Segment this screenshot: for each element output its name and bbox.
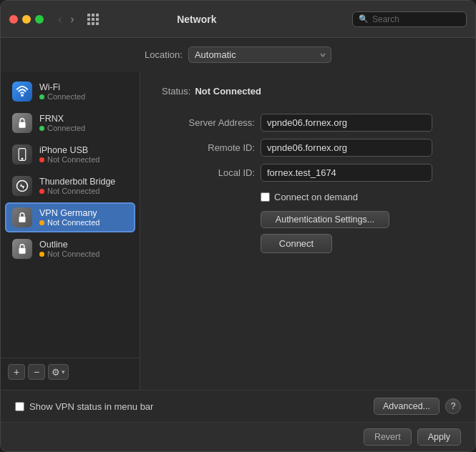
close-button[interactable] [9, 15, 18, 24]
help-button[interactable]: ? [445, 398, 461, 414]
sidebar-item-frnx[interactable]: FRNX Connected [5, 108, 135, 138]
sidebar-item-thunderbolt[interactable]: Thunderbolt Bridge Not Connected [5, 171, 135, 201]
location-label: Location: [145, 49, 183, 60]
sidebar-item-vpn-germany[interactable]: VPN Germany Not Connected [5, 202, 135, 232]
auth-settings-button[interactable]: Authentication Settings... [261, 211, 389, 228]
vpn-germany-text: VPN Germany Not Connected [39, 208, 99, 227]
connect-on-demand-label: Connect on demand [274, 192, 358, 202]
remote-id-row: Remote ID: [162, 139, 454, 157]
form-fields: Server Address: Remote ID: Local ID: [162, 114, 454, 182]
add-network-button[interactable]: + [8, 364, 25, 380]
remote-id-input[interactable] [261, 139, 432, 157]
thunderbolt-status: Not Connected [39, 187, 115, 195]
traffic-lights [9, 15, 44, 24]
wifi-text: Wi-Fi Connected [39, 82, 85, 101]
iphone-usb-status: Not Connected [39, 155, 99, 164]
local-id-row: Local ID: [162, 164, 454, 182]
wifi-icon [12, 82, 32, 102]
server-address-input[interactable] [261, 114, 432, 132]
thunderbolt-name: Thunderbolt Bridge [39, 177, 115, 187]
vpn-germany-icon [12, 207, 32, 227]
svg-point-0 [21, 94, 23, 96]
status-value: Not Connected [195, 86, 261, 97]
sidebar-item-outline[interactable]: Outline Not Connected [5, 234, 135, 264]
gear-dropdown[interactable]: ⚙ ▾ [48, 364, 69, 380]
wifi-status-dot [39, 94, 44, 99]
connect-on-demand-row: Connect on demand [261, 192, 454, 202]
frnx-text: FRNX Connected [39, 114, 85, 132]
network-window: ‹ › Network 🔍 Location: Automatic Home O… [0, 0, 476, 452]
footer: Revert Apply [1, 422, 475, 451]
search-input[interactable] [372, 14, 458, 24]
connect-button[interactable]: Connect [261, 234, 332, 253]
window-title: Network [47, 14, 346, 25]
outline-icon [12, 239, 32, 259]
svg-point-3 [21, 158, 23, 159]
iphone-icon [12, 144, 32, 164]
vpn-germany-name: VPN Germany [39, 208, 99, 218]
advanced-button[interactable]: Advanced... [374, 398, 439, 415]
outline-status-dot [39, 252, 44, 257]
titlebar: ‹ › Network 🔍 [1, 1, 475, 38]
vpn-germany-status-dot [39, 220, 44, 225]
vpn-germany-status: Not Connected [39, 218, 99, 227]
thunderbolt-icon [12, 176, 32, 196]
apply-button[interactable]: Apply [417, 428, 461, 446]
location-bar: Location: Automatic Home Office [1, 38, 475, 72]
server-address-label: Server Address: [162, 117, 255, 128]
wifi-name: Wi-Fi [39, 82, 85, 92]
search-icon: 🔍 [359, 14, 369, 24]
connect-on-demand-checkbox[interactable] [261, 192, 270, 202]
iphone-usb-name: iPhone USB [39, 145, 99, 155]
show-vpn-label: Show VPN status in menu bar [29, 401, 153, 412]
status-row: Status: Not Connected [162, 86, 454, 97]
wifi-status: Connected [39, 92, 85, 101]
search-box[interactable]: 🔍 [352, 11, 467, 27]
action-buttons: Authentication Settings... Connect [261, 211, 454, 253]
iphone-usb-status-dot [39, 157, 44, 162]
thunderbolt-text: Thunderbolt Bridge Not Connected [39, 177, 115, 195]
gear-icon: ⚙ [52, 367, 60, 378]
status-label: Status: [162, 86, 190, 97]
minimize-button[interactable] [22, 15, 31, 24]
outline-name: Outline [39, 240, 99, 250]
frnx-icon [12, 113, 32, 133]
local-id-input[interactable] [261, 164, 432, 182]
sidebar-controls: + − ⚙ ▾ [1, 358, 140, 385]
frnx-name: FRNX [39, 114, 85, 124]
maximize-button[interactable] [35, 15, 44, 24]
outline-status: Not Connected [39, 250, 99, 258]
iphone-usb-text: iPhone USB Not Connected [39, 145, 99, 164]
outline-text: Outline Not Connected [39, 240, 99, 258]
remove-network-button[interactable]: − [28, 364, 45, 380]
sidebar: Wi-Fi Connected FRNX [1, 72, 140, 390]
location-select[interactable]: Automatic Home Office [188, 46, 331, 63]
show-vpn-row: Show VPN status in menu bar [15, 401, 153, 412]
remote-id-label: Remote ID: [162, 142, 255, 153]
gear-chevron-icon: ▾ [62, 368, 65, 375]
thunderbolt-status-dot [39, 189, 44, 194]
local-id-label: Local ID: [162, 167, 255, 178]
revert-button[interactable]: Revert [364, 428, 412, 446]
svg-rect-1 [19, 122, 25, 128]
main-content: Wi-Fi Connected FRNX [1, 72, 475, 390]
svg-rect-6 [19, 248, 25, 254]
server-address-row: Server Address: [162, 114, 454, 132]
frnx-status-dot [39, 126, 44, 131]
frnx-status: Connected [39, 124, 85, 132]
bottom-bar: Show VPN status in menu bar Advanced... … [1, 390, 475, 422]
show-vpn-checkbox[interactable] [15, 402, 24, 411]
bottom-actions: Advanced... ? [374, 398, 461, 415]
sidebar-item-iphone-usb[interactable]: iPhone USB Not Connected [5, 139, 135, 170]
svg-rect-5 [19, 217, 25, 222]
sidebar-item-wifi[interactable]: Wi-Fi Connected [5, 77, 135, 107]
detail-panel: Status: Not Connected Server Address: Re… [140, 72, 475, 390]
